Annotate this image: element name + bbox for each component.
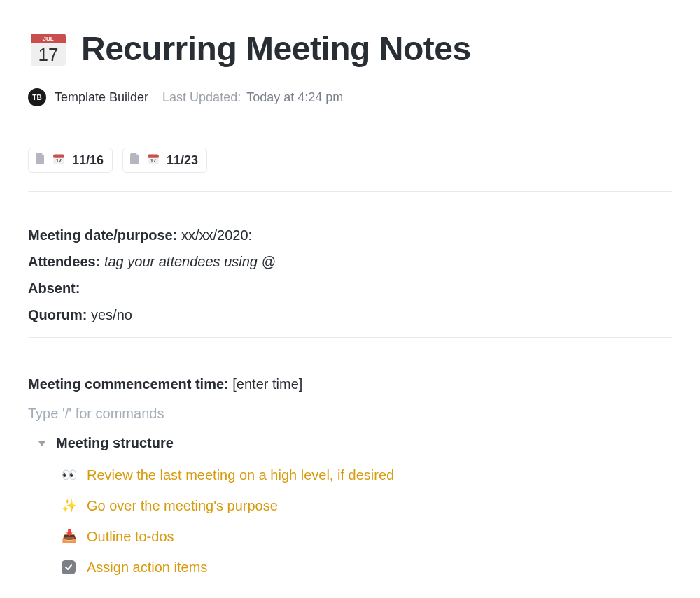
list-item[interactable]: ✨ Go over the meeting's purpose: [62, 490, 672, 521]
svg-text:JUL: JUL: [43, 36, 53, 42]
item-link[interactable]: Go over the meeting's purpose: [87, 493, 278, 518]
page-meta: TB Template Builder Last Updated: Today …: [28, 88, 672, 106]
toggle-title: Meeting structure: [56, 430, 174, 455]
svg-text:17: 17: [56, 157, 62, 164]
subpage-label: 11/16: [72, 153, 104, 168]
toggle-header[interactable]: Meeting structure: [28, 430, 672, 455]
field-value[interactable]: xx/xx/2020:: [181, 227, 252, 243]
svg-text:17: 17: [38, 44, 59, 65]
caret-down-icon[interactable]: [28, 430, 46, 455]
document-icon: [36, 153, 46, 168]
field-label: Quorum:: [28, 307, 87, 322]
author-avatar[interactable]: TB: [28, 88, 46, 106]
meeting-fields[interactable]: Meeting date/purpose: xx/xx/2020: Attend…: [28, 192, 672, 337]
eyes-icon: 👀: [62, 464, 77, 486]
subpage-chip[interactable]: 17 11/16: [28, 148, 113, 173]
page-title[interactable]: Recurring Meeting Notes: [81, 29, 471, 68]
field-value[interactable]: tag your attendees using @: [104, 254, 276, 269]
document-icon: [130, 153, 140, 168]
sparkles-icon: ✨: [62, 494, 77, 517]
list-item[interactable]: 📥 Outline to-dos: [62, 521, 672, 552]
toggle-content: 👀 Review the last meeting on a high leve…: [28, 460, 672, 583]
item-link[interactable]: Assign action items: [87, 555, 207, 580]
author-name[interactable]: Template Builder: [55, 90, 148, 105]
item-link[interactable]: Outline to-dos: [87, 524, 174, 549]
calendar-icon: 17: [52, 152, 65, 168]
subpage-chip[interactable]: 17 11/23: [122, 148, 207, 173]
field-date[interactable]: Meeting date/purpose: xx/xx/2020:: [28, 222, 672, 248]
editor-placeholder[interactable]: Type '/' for commands: [28, 401, 672, 426]
list-item[interactable]: Assign action items: [62, 552, 672, 583]
item-link[interactable]: Review the last meeting on a high level,…: [87, 462, 394, 487]
field-attendees[interactable]: Attendees: tag your attendees using @: [28, 249, 672, 274]
field-label: Attendees:: [28, 254, 100, 269]
updated-label: Last Updated:: [162, 90, 241, 105]
field-value[interactable]: [enter time]: [232, 376, 302, 392]
commencement-section[interactable]: Meeting commencement time: [enter time] …: [28, 338, 672, 598]
field-value[interactable]: yes/no: [91, 307, 132, 322]
field-label: Meeting date/purpose:: [28, 227, 177, 243]
checkbox-icon: [62, 560, 77, 574]
page-header: JUL 17 Recurring Meeting Notes: [28, 28, 672, 69]
subpage-list: 17 11/16 17 11/23: [28, 129, 672, 191]
calendar-icon[interactable]: JUL 17: [28, 28, 69, 69]
field-label: Meeting commencement time:: [28, 376, 229, 392]
field-label: Absent:: [28, 280, 80, 296]
calendar-icon: 17: [147, 152, 160, 168]
field-quorum[interactable]: Quorum: yes/no: [28, 302, 672, 327]
updated-value: Today at 4:24 pm: [246, 90, 343, 105]
list-item[interactable]: 👀 Review the last meeting on a high leve…: [62, 460, 672, 490]
field-absent[interactable]: Absent:: [28, 276, 672, 301]
toggle-block: Meeting structure 👀 Review the last meet…: [28, 430, 672, 583]
inbox-icon: 📥: [62, 525, 77, 548]
field-commencement[interactable]: Meeting commencement time: [enter time]: [28, 371, 672, 397]
svg-text:17: 17: [150, 157, 156, 164]
subpage-label: 11/23: [167, 153, 198, 168]
